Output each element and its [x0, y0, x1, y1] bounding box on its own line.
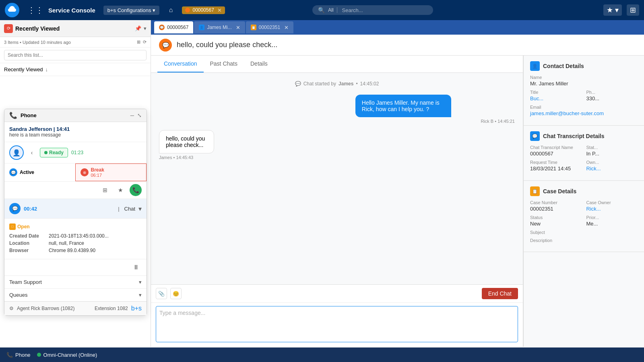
gear-icon[interactable]: ⚙ — [9, 306, 14, 311]
phone-popup-title: Phone — [21, 112, 127, 118]
tab-past-chats[interactable]: Past Chats — [204, 56, 244, 72]
phone-bottom-item[interactable]: 📞 Phone — [6, 352, 31, 358]
activity-row: 💬 Active ⊗ Break 06:17 — [4, 163, 147, 182]
chevron-down-icon: ▾ — [153, 7, 155, 13]
sidebar: ⟳ Recently Viewed 📌 ▾ 3 Items • Updated … — [0, 20, 151, 347]
chat-expand-icon[interactable]: ▾ — [138, 205, 142, 213]
chat-tabs: Conversation Past Chats Details — [151, 56, 523, 73]
sub-tab-bar: 💬 00000567 👤 James Mi... ✕ 📋 00002351 ✕ — [151, 20, 644, 35]
location-value: null, null, France — [49, 240, 84, 246]
back-nav-icon[interactable]: ‹ — [27, 148, 37, 157]
pause-icon[interactable]: ⏸ — [130, 262, 142, 273]
home-icon[interactable]: ⌂ — [164, 6, 177, 14]
break-icon: ⊗ — [80, 168, 89, 176]
message-input[interactable] — [156, 306, 518, 342]
sub-tab-james[interactable]: 👤 James Mi... ✕ — [194, 21, 245, 33]
active-badge[interactable]: 💬 Active — [4, 163, 75, 181]
contact-details-header: 👤 Contact Details — [530, 61, 638, 71]
chat-info-row[interactable]: 💬 00:42 | Chat ▾ — [4, 199, 147, 219]
ready-status-badge: Ready — [40, 148, 68, 157]
case-icon: 📋 — [530, 186, 540, 196]
chevron-icon[interactable]: ▾ — [144, 25, 147, 31]
tab-conversation[interactable]: Conversation — [157, 56, 204, 72]
contact-icon: 👤 — [530, 61, 540, 71]
close-james-tab-icon[interactable]: ✕ — [236, 25, 240, 31]
search-input[interactable] — [342, 7, 428, 13]
tab-close-icon[interactable]: ✕ — [217, 7, 222, 13]
location-label: Location — [9, 240, 45, 246]
case-header: 💬 hello, could you please check... — [151, 35, 644, 56]
phone-action-icon[interactable]: 📞 — [130, 184, 142, 196]
created-date-row: Created Date 2021-03-18T13:45:03.000... — [9, 233, 142, 239]
case-priority-field: Prior... Me... — [586, 215, 638, 227]
active-tab-main[interactable]: 00000567 ✕ — [182, 6, 225, 14]
omni-status-dot — [37, 353, 41, 357]
sub-tab-00002351[interactable]: 📋 00002351 ✕ — [246, 21, 293, 33]
close-case-tab-icon[interactable]: ✕ — [284, 25, 289, 31]
favorites-icon[interactable]: ★ ▾ — [603, 4, 622, 16]
refresh-icon[interactable]: ⟳ — [143, 39, 147, 45]
user-bubble-meta: James • 14:45:43 — [159, 155, 251, 160]
grid-action-icon[interactable]: ⊞ — [99, 184, 111, 196]
browser-value: Chrome 89.0.4389.90 — [49, 248, 95, 253]
global-search[interactable]: 🔍 All — [312, 5, 433, 15]
contact-tab-icon: 👤 — [199, 25, 204, 30]
content-area: Conversation Past Chats Details 💬 Chat s… — [151, 56, 644, 347]
emoji-icon[interactable]: 😊 — [170, 288, 182, 299]
break-badge[interactable]: ⊗ Break 06:17 — [75, 163, 147, 181]
chat-started-info: 💬 Chat started by James • 14:45:02 — [159, 81, 515, 87]
phone-bottom-icon: 📞 — [6, 352, 13, 358]
bottom-bar: 📞 Phone Omni-Channel (Online) — [0, 348, 644, 362]
phone-notification: Sandra Jefferson | 14:41 here is a team … — [4, 122, 147, 142]
case-description-field: Description — [530, 238, 638, 243]
contact-name-field: Name Mr. James Miller — [530, 75, 638, 87]
sidebar-search-input[interactable] — [4, 50, 147, 60]
avatar-button[interactable]: 👤 — [9, 145, 24, 160]
transcript-owner-field: Own... Rick... — [586, 160, 638, 172]
list-view-icon[interactable]: ⊞ — [137, 39, 140, 45]
browser-row: Browser Chrome 89.0.4389.90 — [9, 248, 142, 253]
chat-details: □ Open Created Date 2021-03-18T13:45:03.… — [4, 219, 147, 259]
expand-icon[interactable]: ⤡ — [137, 112, 142, 118]
omni-channel-item[interactable]: Omni-Channel (Online) — [37, 352, 97, 358]
tab-details[interactable]: Details — [244, 56, 274, 72]
notification-name: Sandra Jefferson | 14:41 — [9, 126, 142, 132]
notification-message: here is a team message — [9, 132, 142, 138]
sort-icon[interactable]: ↓ — [45, 66, 48, 72]
phone-controls: ─ ⤡ — [130, 112, 142, 118]
sidebar-actions: 📌 ▾ — [135, 25, 147, 31]
main-layout: ⟳ Recently Viewed 📌 ▾ 3 Items • Updated … — [0, 20, 644, 347]
grid-icon[interactable]: ⋮⋮ — [27, 5, 43, 15]
pin-icon[interactable]: 📌 — [135, 25, 141, 31]
contact-phone-field: Ph... 330... — [586, 90, 638, 101]
sidebar-header: ⟳ Recently Viewed 📌 ▾ — [0, 20, 151, 37]
created-date-value: 2021-03-18T13:45:03.000... — [49, 233, 109, 239]
status-row: 👤 ‹ Ready 01:23 — [4, 142, 147, 163]
right-panel: 👤 Contact Details Name Mr. James Miller … — [523, 56, 644, 347]
active-icon: 💬 — [9, 168, 17, 176]
config-dropdown[interactable]: b+s Configurations ▾ — [103, 6, 160, 15]
star-action-icon[interactable]: ★ — [114, 184, 126, 196]
contact-email-field: Email james.miller@bucher-suter.com — [530, 105, 638, 116]
chat-tab-icon: 💬 — [159, 25, 165, 30]
transcript-status-field: Stat... In P... — [586, 145, 638, 157]
minimize-icon[interactable]: ─ — [130, 112, 134, 118]
sidebar-search-container — [0, 48, 151, 63]
sidebar-subheader: 3 Items • Updated 10 minutes ago ⊞ ⟳ — [0, 37, 151, 48]
contact-details-section: 👤 Contact Details Name Mr. James Miller … — [524, 56, 644, 126]
sub-tab-00000567[interactable]: 💬 00000567 — [154, 21, 193, 33]
team-support-row[interactable]: Team Support ▾ — [4, 275, 147, 288]
chat-bubble-icon: 💬 — [9, 203, 21, 214]
case-subject-field: Subject — [530, 230, 638, 235]
end-chat-button[interactable]: End Chat — [482, 288, 518, 299]
agent-name: Agent Rick Barrows (1082) — [17, 306, 74, 311]
app-launcher-icon[interactable]: ⊞ — [627, 4, 639, 16]
chat-panel: Conversation Past Chats Details 💬 Chat s… — [151, 56, 523, 347]
status-time: 01:23 — [71, 150, 83, 155]
phone-popup: 📞 Phone ─ ⤡ Sandra Jefferson | 14:41 her… — [4, 109, 147, 316]
queues-row[interactable]: Queues ▾ — [4, 288, 147, 301]
phone-popup-header: 📞 Phone ─ ⤡ — [4, 109, 147, 122]
status-dot — [44, 151, 47, 154]
case-header-title: hello, could you please check... — [177, 41, 277, 49]
attachment-icon[interactable]: 📎 — [156, 288, 167, 299]
